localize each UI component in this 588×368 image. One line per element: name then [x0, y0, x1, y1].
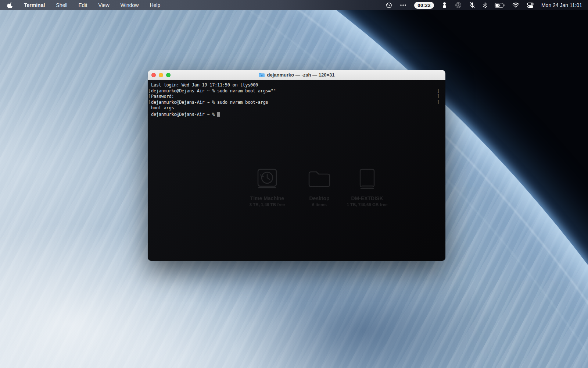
time-machine-icon[interactable] [386, 2, 392, 8]
window-title: dejanmurko — -zsh — 120×31 [267, 72, 335, 78]
terminal-text: Password: [151, 94, 174, 99]
terminal-window: dejanmurko — -zsh — 120×31 Time Machine … [148, 70, 445, 261]
minimize-button[interactable] [159, 73, 163, 77]
menu-help[interactable]: Help [150, 2, 160, 8]
terminal-text: boot-args [151, 105, 174, 110]
more-dots-icon[interactable] [400, 4, 406, 6]
terminal-text: dejanmurko@Dejans-Air ~ % sudo nvram boo… [151, 88, 276, 93]
menu-bar-clock[interactable]: Mon 24 Jan 11:01 [541, 2, 582, 8]
apple-icon [7, 2, 13, 8]
command-mark-open: [ [148, 88, 151, 94]
sharing-radar-icon[interactable] [455, 2, 462, 8]
ghost-label: DM-EXTDISK [351, 195, 383, 202]
menu-bar: Terminal Shell Edit View Window Help 00:… [0, 0, 588, 10]
ghost-label: Time Machine [250, 195, 284, 202]
command-mark-close: ] [437, 100, 440, 106]
terminal-line: boot-args [151, 105, 445, 111]
time-machine-drive-icon [256, 169, 279, 190]
command-mark-open: [ [148, 94, 151, 100]
user-app-icon[interactable] [442, 2, 447, 8]
external-disk-icon [357, 169, 377, 190]
control-center-icon[interactable] [527, 3, 534, 8]
command-mark-close: ] [437, 94, 440, 100]
ghost-detail: 3 TB, 1,48 TB free [250, 202, 285, 208]
close-button[interactable] [151, 73, 156, 77]
recording-timer-pill[interactable]: 00:22 [414, 2, 434, 9]
ghost-detail: 6 items [312, 202, 327, 208]
ghost-label: Desktop [309, 195, 329, 202]
wifi-icon[interactable] [512, 3, 519, 8]
ghost-extdisk: DM-EXTDISK 1 TB, 740,69 GB free [340, 169, 395, 208]
folder-icon [259, 72, 265, 78]
terminal-text: Last login: Wed Jan 19 17:11:50 on ttys0… [151, 82, 258, 88]
terminal-text: dejanmurko@Dejans-Air ~ % sudo nvram boo… [151, 100, 268, 105]
menu-edit[interactable]: Edit [78, 2, 87, 8]
menu-terminal[interactable]: Terminal [24, 2, 45, 8]
command-mark-close: ] [437, 88, 440, 94]
terminal-line: [dejanmurko@Dejans-Air ~ % sudo nvram bo… [151, 100, 445, 106]
terminal-line: [dejanmurko@Dejans-Air ~ % sudo nvram bo… [151, 88, 445, 94]
battery-charging-icon[interactable] [495, 3, 505, 8]
folder-large-icon [308, 169, 331, 190]
terminal-line: Last login: Wed Jan 19 17:11:50 on ttys0… [151, 82, 445, 88]
apple-menu[interactable] [7, 2, 13, 8]
ghost-detail: 1 TB, 740,69 GB free [347, 202, 387, 208]
zoom-button[interactable] [166, 73, 171, 77]
terminal-text: dejanmurko@Dejans-Air ~ % [151, 112, 217, 117]
terminal-cursor [217, 112, 220, 117]
terminal-line: [Password:] [151, 94, 445, 100]
mic-muted-icon[interactable] [469, 2, 475, 8]
command-mark-open: [ [148, 100, 151, 106]
ghost-time-machine: Time Machine 3 TB, 1,48 TB free [240, 169, 295, 208]
menu-shell[interactable]: Shell [56, 2, 67, 8]
terminal-content[interactable]: Time Machine 3 TB, 1,48 TB free Desktop … [148, 80, 445, 261]
window-title-bar[interactable]: dejanmurko — -zsh — 120×31 [148, 70, 445, 80]
bluetooth-icon[interactable] [483, 2, 487, 8]
menu-view[interactable]: View [98, 2, 110, 8]
menu-window[interactable]: Window [121, 2, 139, 8]
ghost-desktop-folder: Desktop 6 items [292, 169, 347, 208]
desktop: Terminal Shell Edit View Window Help 00:… [0, 0, 588, 368]
terminal-prompt-line: dejanmurko@Dejans-Air ~ % [151, 111, 445, 118]
